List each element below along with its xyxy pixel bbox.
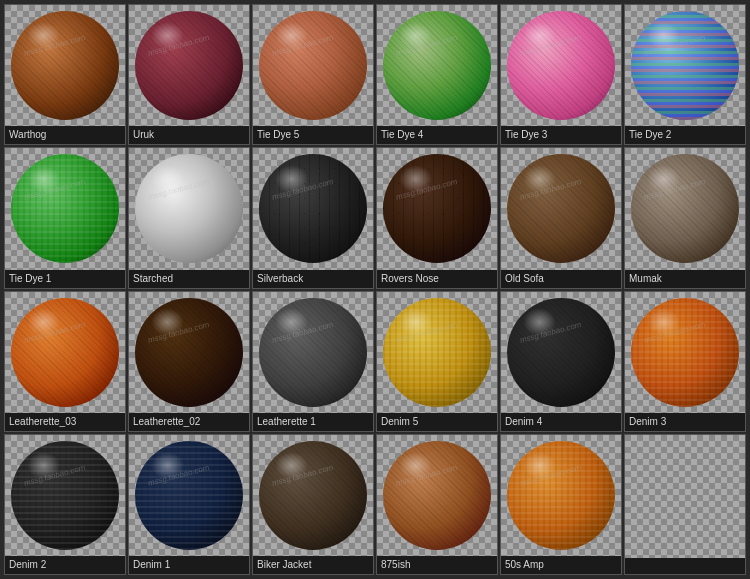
material-preview-denim3: mssg.taobao.com <box>625 292 745 413</box>
material-preview-silverback: mssg.taobao.com <box>253 148 373 269</box>
material-label-warthog: Warthog <box>5 126 125 144</box>
material-cell-tiedye4[interactable]: mssg.taobao.comTie Dye 4 <box>376 4 498 145</box>
material-preview-tiedye2: mssg.taobao.com <box>625 5 745 126</box>
material-preview-mumak: mssg.taobao.com <box>625 148 745 269</box>
material-preview-warthog: mssg.taobao.com <box>5 5 125 126</box>
material-cell-starched[interactable]: mssg.taobao.comStarched <box>128 147 250 288</box>
material-label-denim3: Denim 3 <box>625 413 745 431</box>
material-label-tiedye5: Tie Dye 5 <box>253 126 373 144</box>
material-cell-tiedye1[interactable]: mssg.taobao.comTie Dye 1 <box>4 147 126 288</box>
material-label-roversnose: Rovers Nose <box>377 270 497 288</box>
material-cell-denim2[interactable]: mssg.taobao.comDenim 2 <box>4 434 126 575</box>
material-preview-denim2: mssg.taobao.com <box>5 435 125 556</box>
material-grid: mssg.taobao.comWarthogmssg.taobao.comUru… <box>0 0 750 579</box>
material-cell-tiedye5[interactable]: mssg.taobao.comTie Dye 5 <box>252 4 374 145</box>
material-label-bikerjacket: Biker Jacket <box>253 556 373 574</box>
sphere-leatherette03 <box>11 298 119 407</box>
material-preview-denim1: mssg.taobao.com <box>129 435 249 556</box>
material-preview-tiedye1: mssg.taobao.com <box>5 148 125 269</box>
material-label-silverback: Silverback <box>253 270 373 288</box>
sphere-roversnose <box>383 154 491 263</box>
material-label-875ish: 875ish <box>377 556 497 574</box>
material-preview-starched: mssg.taobao.com <box>129 148 249 269</box>
material-label-50samp: 50s Amp <box>501 556 621 574</box>
material-cell-warthog[interactable]: mssg.taobao.comWarthog <box>4 4 126 145</box>
material-preview-uruk: mssg.taobao.com <box>129 5 249 126</box>
material-preview-leatherette02: mssg.taobao.com <box>129 292 249 413</box>
material-preview-tiedye3: mssg.taobao.com <box>501 5 621 126</box>
material-label-oldsofa: Old Sofa <box>501 270 621 288</box>
sphere-bikerjacket <box>259 441 367 550</box>
sphere-tiedye2 <box>631 11 739 120</box>
material-cell-leatherette1[interactable]: mssg.taobao.comLeatherette 1 <box>252 291 374 432</box>
material-cell-tiedye3[interactable]: mssg.taobao.comTie Dye 3 <box>500 4 622 145</box>
material-label-tiedye1: Tie Dye 1 <box>5 270 125 288</box>
material-label-tiedye3: Tie Dye 3 <box>501 126 621 144</box>
material-label-leatherette02: Leatherette_02 <box>129 413 249 431</box>
sphere-uruk <box>135 11 243 120</box>
sphere-denim3 <box>631 298 739 407</box>
material-label-leatherette1: Leatherette 1 <box>253 413 373 431</box>
material-cell-roversnose[interactable]: mssg.taobao.comRovers Nose <box>376 147 498 288</box>
material-label-uruk: Uruk <box>129 126 249 144</box>
sphere-tiedye3 <box>507 11 615 120</box>
material-cell-empty <box>624 434 746 575</box>
material-preview-leatherette1: mssg.taobao.com <box>253 292 373 413</box>
material-preview-denim4: mssg.taobao.com <box>501 292 621 413</box>
material-label-denim1: Denim 1 <box>129 556 249 574</box>
material-cell-denim4[interactable]: mssg.taobao.comDenim 4 <box>500 291 622 432</box>
material-label-denim4: Denim 4 <box>501 413 621 431</box>
material-cell-leatherette03[interactable]: mssg.taobao.comLeatherette_03 <box>4 291 126 432</box>
material-cell-mumak[interactable]: mssg.taobao.comMumak <box>624 147 746 288</box>
material-preview-tiedye4: mssg.taobao.com <box>377 5 497 126</box>
sphere-mumak <box>631 154 739 263</box>
material-label-denim5: Denim 5 <box>377 413 497 431</box>
sphere-denim5 <box>383 298 491 407</box>
sphere-50samp <box>507 441 615 550</box>
sphere-warthog <box>11 11 119 120</box>
material-cell-bikerjacket[interactable]: mssg.taobao.comBiker Jacket <box>252 434 374 575</box>
material-cell-50samp[interactable]: mssg.taobao.com50s Amp <box>500 434 622 575</box>
material-preview-tiedye5: mssg.taobao.com <box>253 5 373 126</box>
material-preview-875ish: mssg.taobao.com <box>377 435 497 556</box>
sphere-leatherette02 <box>135 298 243 407</box>
sphere-leatherette1 <box>259 298 367 407</box>
material-cell-denim3[interactable]: mssg.taobao.comDenim 3 <box>624 291 746 432</box>
material-cell-leatherette02[interactable]: mssg.taobao.comLeatherette_02 <box>128 291 250 432</box>
material-label-denim2: Denim 2 <box>5 556 125 574</box>
sphere-tiedye5 <box>259 11 367 120</box>
material-label-tiedye4: Tie Dye 4 <box>377 126 497 144</box>
material-cell-silverback[interactable]: mssg.taobao.comSilverback <box>252 147 374 288</box>
material-cell-denim5[interactable]: mssg.taobao.comDenim 5 <box>376 291 498 432</box>
sphere-875ish <box>383 441 491 550</box>
material-preview-roversnose: mssg.taobao.com <box>377 148 497 269</box>
sphere-starched <box>135 154 243 263</box>
material-label-tiedye2: Tie Dye 2 <box>625 126 745 144</box>
material-cell-tiedye2[interactable]: mssg.taobao.comTie Dye 2 <box>624 4 746 145</box>
sphere-tiedye4 <box>383 11 491 120</box>
sphere-oldsofa <box>507 154 615 263</box>
material-label-starched: Starched <box>129 270 249 288</box>
material-cell-oldsofa[interactable]: mssg.taobao.comOld Sofa <box>500 147 622 288</box>
material-preview-oldsofa: mssg.taobao.com <box>501 148 621 269</box>
material-cell-uruk[interactable]: mssg.taobao.comUruk <box>128 4 250 145</box>
material-preview-bikerjacket: mssg.taobao.com <box>253 435 373 556</box>
material-cell-denim1[interactable]: mssg.taobao.comDenim 1 <box>128 434 250 575</box>
material-label-leatherette03: Leatherette_03 <box>5 413 125 431</box>
sphere-denim1 <box>135 441 243 550</box>
material-cell-875ish[interactable]: mssg.taobao.com875ish <box>376 434 498 575</box>
material-preview-50samp: mssg.taobao.com <box>501 435 621 556</box>
sphere-denim4 <box>507 298 615 407</box>
material-label-mumak: Mumak <box>625 270 745 288</box>
sphere-denim2 <box>11 441 119 550</box>
sphere-silverback <box>259 154 367 263</box>
material-preview-denim5: mssg.taobao.com <box>377 292 497 413</box>
sphere-tiedye1 <box>11 154 119 263</box>
material-preview-leatherette03: mssg.taobao.com <box>5 292 125 413</box>
